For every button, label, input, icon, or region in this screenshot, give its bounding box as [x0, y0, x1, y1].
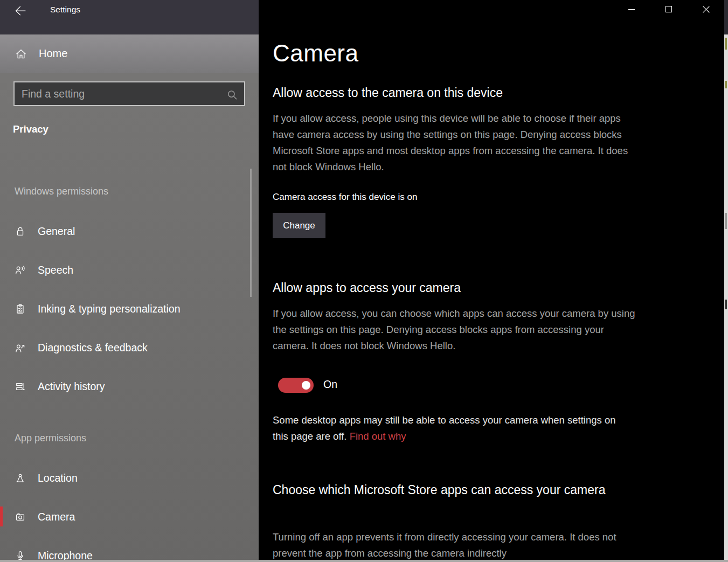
- inking-icon: [15, 303, 26, 315]
- sidebar-item-label: Speech: [38, 264, 73, 276]
- find-out-why-link[interactable]: Find out why: [350, 431, 406, 442]
- store-apps-description: Turning off an app prevents it from dire…: [273, 529, 650, 561]
- sidebar: Settings Home Privacy Windows permission…: [0, 0, 259, 562]
- sidebar-item-label: Inking & typing personalization: [38, 303, 181, 315]
- category-title: Privacy: [13, 123, 48, 135]
- sidebar-item-diagnostics-feedback[interactable]: Diagnostics & feedback: [0, 336, 259, 359]
- window-title: Settings: [50, 5, 80, 15]
- search-input[interactable]: [15, 88, 244, 100]
- lock-icon: [15, 226, 26, 237]
- toggle-knob: [302, 381, 310, 390]
- background-window-fragment: [725, 300, 727, 309]
- sidebar-item-microphone[interactable]: Microphone: [0, 544, 259, 562]
- back-button[interactable]: [14, 4, 27, 17]
- camera-icon: [15, 511, 26, 523]
- close-icon: [702, 5, 710, 13]
- camera-access-toggle[interactable]: [278, 378, 314, 393]
- background-window-dark-edge: [724, 0, 728, 34]
- change-button[interactable]: Change: [273, 213, 325, 238]
- store-apps-heading: Choose which Microsoft Store apps can ac…: [273, 480, 618, 501]
- maximize-button[interactable]: [656, 0, 681, 18]
- desktop-apps-note: Some desktop apps may still be able to a…: [273, 412, 629, 445]
- sidebar-item-label: Camera: [38, 511, 75, 523]
- sidebar-item-label: Activity history: [38, 380, 105, 393]
- section-label-app-permissions: App permissions: [15, 433, 86, 444]
- background-window-fragment: [725, 81, 727, 88]
- main-content: Camera Allow access to the camera on thi…: [259, 0, 724, 562]
- location-icon: [15, 473, 26, 484]
- search-icon[interactable]: [226, 89, 238, 101]
- settings-window: Settings Home Privacy Windows permission…: [0, 0, 728, 562]
- sidebar-item-camera[interactable]: Camera: [0, 505, 259, 529]
- apps-access-description: If you allow access, you can choose whic…: [273, 306, 638, 354]
- minimize-button[interactable]: [619, 0, 644, 18]
- toggle-state-label: On: [323, 378, 337, 391]
- search-box: [13, 81, 245, 106]
- sidebar-item-location[interactable]: Location: [0, 466, 259, 490]
- sidebar-item-inking-typing[interactable]: Inking & typing personalization: [0, 297, 259, 321]
- close-button[interactable]: [694, 0, 718, 18]
- sidebar-item-label: Location: [38, 472, 78, 484]
- sidebar-item-label: General: [38, 225, 75, 238]
- titlebar: Settings: [0, 0, 259, 34]
- selected-indicator: [0, 507, 3, 526]
- sidebar-item-activity-history[interactable]: Activity history: [0, 374, 259, 398]
- sidebar-item-label: Home: [39, 47, 67, 60]
- device-access-heading: Allow access to the camera on this devic…: [273, 82, 503, 103]
- background-window-sliver: [724, 0, 728, 562]
- device-access-status: Camera access for this device is on: [273, 192, 417, 203]
- activity-history-icon: [15, 381, 26, 392]
- minimize-icon: [628, 5, 635, 13]
- sidebar-item-home[interactable]: Home: [0, 34, 259, 73]
- device-access-description: If you allow access, people using this d…: [273, 110, 638, 175]
- sidebar-scrollbar-thumb[interactable]: [250, 169, 252, 297]
- speech-icon: [15, 265, 26, 276]
- back-arrow-icon: [14, 4, 27, 17]
- apps-access-heading: Allow apps to access your camera: [273, 277, 461, 299]
- home-icon: [15, 48, 27, 60]
- sidebar-item-speech[interactable]: Speech: [0, 258, 259, 282]
- section-label-windows-permissions: Windows permissions: [15, 186, 108, 197]
- page-title: Camera: [273, 40, 359, 67]
- maximize-icon: [665, 5, 672, 13]
- background-window-fragment: [725, 213, 727, 229]
- sidebar-item-general[interactable]: General: [0, 219, 259, 243]
- note-text: Some desktop apps may still be able to a…: [273, 414, 616, 442]
- background-window-fragment: [725, 38, 727, 50]
- sidebar-item-label: Diagnostics & feedback: [38, 342, 148, 354]
- diagnostics-icon: [15, 342, 26, 353]
- background-window-edge: [0, 560, 728, 562]
